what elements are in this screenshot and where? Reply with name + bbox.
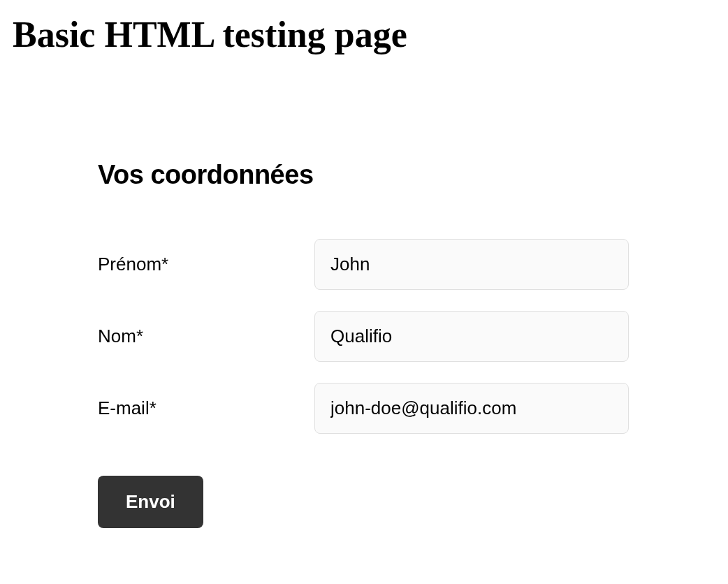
- firstname-label: Prénom*: [98, 254, 314, 275]
- form-row-email: E-mail*: [98, 383, 630, 434]
- email-label: E-mail*: [98, 397, 314, 419]
- contact-form: Vos coordonnées Prénom* Nom* E-mail* Env…: [0, 55, 728, 528]
- lastname-label: Nom*: [98, 326, 314, 347]
- email-input[interactable]: [314, 383, 629, 434]
- form-row-firstname: Prénom*: [98, 239, 630, 290]
- lastname-input[interactable]: [314, 311, 629, 362]
- page-title: Basic HTML testing page: [0, 0, 728, 55]
- form-heading: Vos coordonnées: [98, 160, 630, 190]
- firstname-input[interactable]: [314, 239, 629, 290]
- form-row-lastname: Nom*: [98, 311, 630, 362]
- submit-button[interactable]: Envoi: [98, 476, 203, 528]
